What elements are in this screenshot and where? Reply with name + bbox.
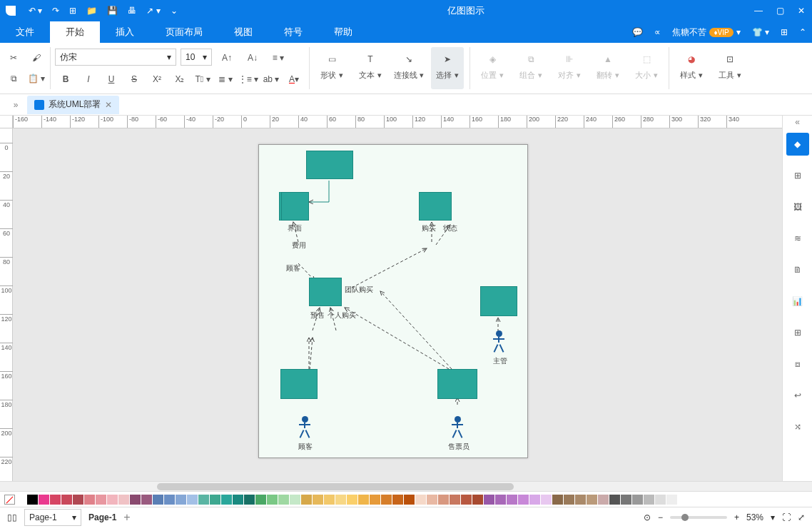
share-icon[interactable]: ∝ — [649, 21, 666, 43]
tab-symbol[interactable]: 符号 — [268, 21, 318, 43]
paste-icon[interactable]: 📋 ▾ — [26, 69, 47, 88]
strike-icon[interactable]: S — [123, 70, 145, 88]
node-interface[interactable] — [279, 192, 309, 221]
close-button[interactable]: ✕ — [791, 6, 812, 16]
color-swatch[interactable] — [27, 495, 38, 505]
chart-panel-icon[interactable]: 📊 — [786, 290, 809, 313]
copy-icon[interactable]: ⧉ — [3, 69, 24, 88]
print-icon[interactable]: 🖶 — [128, 6, 136, 16]
line-spacing-icon[interactable]: ≣ ▾ — [215, 70, 236, 88]
bullets-icon[interactable]: ⋮≡ ▾ — [238, 70, 259, 88]
maximize-button[interactable]: ▢ — [769, 6, 791, 16]
color-swatch[interactable] — [164, 495, 175, 505]
collapse-right-icon[interactable]: « — [782, 116, 812, 128]
color-swatch[interactable] — [552, 495, 563, 505]
color-swatch[interactable] — [96, 495, 106, 505]
color-swatch[interactable] — [301, 495, 312, 505]
underline-icon[interactable]: U — [101, 70, 122, 88]
case-icon[interactable]: Tͯ ▾ — [192, 70, 213, 88]
color-swatch[interactable] — [632, 495, 643, 505]
cut-icon[interactable]: ✂ — [3, 49, 24, 67]
color-swatch[interactable] — [461, 495, 472, 505]
tab-file[interactable]: 文件 — [0, 21, 50, 43]
color-swatch[interactable] — [221, 495, 232, 505]
text-direction-icon[interactable]: ab ▾ — [260, 70, 282, 88]
color-swatch[interactable] — [73, 495, 83, 505]
color-swatch[interactable] — [153, 495, 163, 505]
node-root[interactable] — [306, 151, 353, 179]
utils-tool[interactable]: ⊡工具 ▾ — [714, 47, 746, 89]
color-swatch[interactable] — [324, 495, 335, 505]
minimize-button[interactable]: — — [748, 6, 769, 16]
color-swatch[interactable] — [130, 495, 141, 505]
play-icon[interactable]: ⊙ — [644, 512, 651, 522]
color-swatch[interactable] — [644, 495, 654, 505]
document-tab[interactable]: 系统UML部署 ✕ — [27, 96, 119, 114]
node-manager[interactable] — [480, 286, 517, 316]
text-tool[interactable]: T文本 ▾ — [354, 47, 387, 89]
color-swatch[interactable] — [392, 495, 403, 505]
node-ticketer[interactable] — [437, 369, 477, 399]
actor-ticketer[interactable] — [450, 416, 465, 438]
grid-panel-icon[interactable]: ⊞ — [786, 164, 809, 187]
color-swatch[interactable] — [187, 495, 198, 505]
format-painter-icon[interactable]: 🖌 — [26, 49, 47, 67]
feedback-icon[interactable]: 💬 — [626, 21, 649, 43]
color-swatch[interactable] — [107, 495, 118, 505]
color-swatch[interactable] — [244, 495, 255, 505]
qat-more-icon[interactable]: ⌄ — [171, 6, 178, 16]
color-swatch[interactable] — [176, 495, 186, 505]
new-icon[interactable]: ⊞ — [69, 6, 76, 16]
color-swatch[interactable] — [210, 495, 220, 505]
color-swatch[interactable] — [404, 495, 415, 505]
color-swatch[interactable] — [587, 495, 597, 505]
shape-tool[interactable]: ▭形状 ▾ — [315, 47, 348, 89]
fullscreen-icon[interactable]: ⤢ — [798, 512, 805, 522]
shrink-font-icon[interactable]: A↓ — [242, 49, 263, 67]
color-swatch[interactable] — [495, 495, 506, 505]
shuffle-panel-icon[interactable]: ⤭ — [786, 415, 809, 438]
export-icon[interactable]: ↗ ▾ — [146, 6, 160, 16]
node-center[interactable] — [309, 278, 342, 306]
color-swatch[interactable] — [541, 495, 552, 505]
theme-panel-icon[interactable]: ◆ — [786, 133, 809, 156]
style-tool[interactable]: ◕样式 ▾ — [675, 47, 708, 89]
color-swatch[interactable] — [198, 495, 209, 505]
snap-panel-icon[interactable]: ⧈ — [786, 353, 809, 375]
table-panel-icon[interactable]: ⊞ — [786, 321, 809, 344]
diagram-page[interactable]: 界面 购买 状态 费用 顾客 团队购买 预售 个人购买 主管 顾客 售票员 — [258, 144, 528, 458]
color-swatch[interactable] — [609, 495, 620, 505]
node-buy[interactable] — [419, 192, 452, 221]
color-swatch[interactable] — [564, 495, 574, 505]
color-swatch[interactable] — [358, 495, 369, 505]
italic-icon[interactable]: I — [78, 70, 99, 88]
color-swatch[interactable] — [621, 495, 631, 505]
color-swatch[interactable] — [233, 495, 243, 505]
collapse-left-icon[interactable]: » — [4, 100, 27, 110]
select-tool[interactable]: ➤选择 ▾ — [431, 47, 464, 89]
actor-customer[interactable] — [298, 416, 312, 438]
color-swatch[interactable] — [16, 495, 26, 505]
horizontal-scrollbar[interactable] — [0, 481, 812, 491]
history-panel-icon[interactable]: ↩ — [786, 384, 809, 407]
canvas-area[interactable]: 界面 购买 状态 费用 顾客 团队购买 预售 个人购买 主管 顾客 售票员 — [13, 128, 782, 481]
color-swatch[interactable] — [118, 495, 129, 505]
user-menu[interactable]: 焦糖不苦 ♦VIP ▾ — [666, 21, 746, 43]
page-select[interactable]: Page-1▾ — [24, 509, 81, 526]
color-swatch[interactable] — [438, 495, 449, 505]
font-color-icon[interactable]: A ▾ — [283, 70, 305, 88]
color-swatch[interactable] — [141, 495, 152, 505]
tab-insert[interactable]: 插入 — [100, 21, 150, 43]
undo-icon[interactable]: ↶ ▾ — [29, 6, 42, 16]
color-swatch[interactable] — [39, 495, 49, 505]
node-customer[interactable] — [280, 369, 318, 399]
apps-icon[interactable]: ⊞ — [775, 21, 793, 43]
outline-icon[interactable]: ▯▯ — [7, 512, 17, 522]
tab-layout[interactable]: 页面布局 — [150, 21, 218, 43]
font-family-select[interactable]: 仿宋▾ — [55, 49, 176, 66]
color-swatch[interactable] — [84, 495, 95, 505]
image-panel-icon[interactable]: 🖼 — [786, 196, 809, 218]
color-swatch[interactable] — [347, 495, 357, 505]
subscript-icon[interactable]: X₂ — [169, 70, 191, 88]
color-swatch[interactable] — [427, 495, 437, 505]
